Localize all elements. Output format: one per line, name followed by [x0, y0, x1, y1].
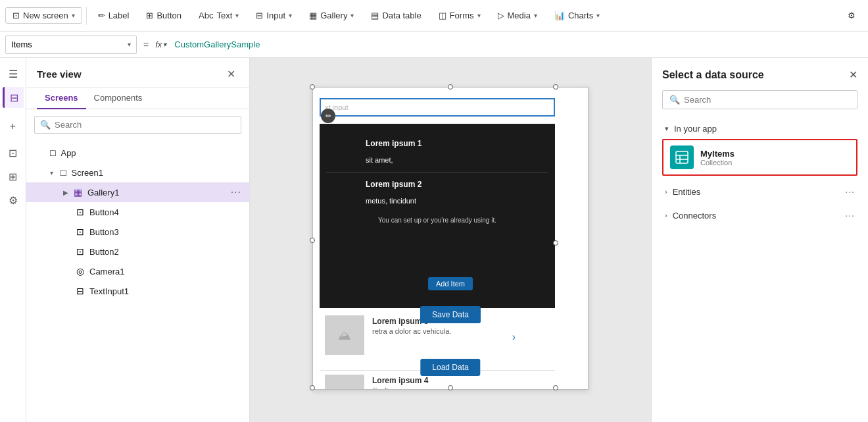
data-panel-close-button[interactable]: ✕: [849, 68, 857, 81]
handle-top-right[interactable]: [553, 84, 558, 90]
forms-chevron: ▾: [477, 12, 481, 19]
myitems-type: Collection: [700, 159, 735, 167]
tree-node-button3[interactable]: ⊡ Button3: [26, 222, 249, 242]
data-search-icon: 🔍: [669, 95, 680, 105]
tree-node-camera1[interactable]: ◎ Camera1: [26, 261, 249, 281]
tree-header: Tree view ✕: [26, 58, 249, 88]
camera1-label: Camera1: [89, 267, 241, 277]
in-your-app-header[interactable]: ▾ In your app: [662, 119, 857, 139]
gallery1-icon: ▦: [74, 187, 82, 198]
tree-close-button[interactable]: ✕: [223, 66, 239, 82]
data-search-bar[interactable]: 🔍: [662, 90, 857, 109]
in-your-app-chevron-icon: ▾: [665, 124, 669, 133]
edit-icon[interactable]: ✏: [321, 109, 335, 123]
handle-top-left[interactable]: [310, 84, 315, 90]
items-dropdown[interactable]: Items ▾: [5, 36, 137, 54]
sidebar-screens-icon[interactable]: ⊟: [3, 87, 24, 108]
text-label: Text: [216, 11, 232, 20]
media-button[interactable]: ▷ Media ▾: [491, 7, 544, 24]
handle-top-mid[interactable]: [448, 84, 453, 90]
handle-bot-mid[interactable]: [448, 385, 453, 390]
fx-button[interactable]: fx ▾: [155, 40, 166, 49]
gallery1-label: Gallery1: [87, 188, 228, 198]
handle-mid-left[interactable]: [310, 238, 315, 243]
overlay-lorem-1: Lorem ipsum 1: [326, 137, 548, 151]
save-data-button[interactable]: Save Data: [420, 306, 481, 323]
load-data-button[interactable]: Load Data: [420, 359, 480, 376]
thumbnail-icon: ⛰: [338, 328, 351, 343]
tab-components[interactable]: Components: [86, 88, 151, 109]
app-label: App: [60, 148, 241, 158]
data-table-button[interactable]: ▤ Data table: [364, 7, 428, 24]
sidebar-data-icon[interactable]: ⊡: [3, 142, 24, 163]
data-panel-title: Select a data source: [662, 69, 764, 81]
text-button[interactable]: Abc Text ▾: [191, 7, 246, 24]
media-chevron: ▾: [534, 12, 537, 19]
connectors-menu-icon[interactable]: ···: [845, 210, 855, 221]
formula-bar: Items ▾ = fx ▾ CustomGallerySample: [0, 32, 868, 58]
in-your-app-label: In your app: [674, 124, 717, 134]
gallery-chevron: ▾: [350, 12, 354, 19]
left-sidebar-icons: ☰ ⊟ + ⊡ ⊞ ⚙: [0, 58, 26, 422]
tree-node-button2[interactable]: ⊡ Button2: [26, 242, 249, 261]
formula-input[interactable]: CustomGallerySample: [170, 38, 863, 51]
entities-section[interactable]: › Entities ···: [662, 180, 857, 203]
button2-icon: ⊡: [76, 246, 84, 257]
gallery1-menu-icon[interactable]: ···: [231, 186, 241, 198]
handle-bot-left[interactable]: [310, 385, 315, 390]
label-button[interactable]: ✏ Label: [91, 7, 137, 24]
button3-icon: ⊡: [76, 226, 84, 237]
data-search-input[interactable]: [684, 95, 850, 105]
gallery-button[interactable]: ▦ Gallery ▾: [302, 7, 361, 24]
tab-screens[interactable]: Screens: [37, 88, 86, 109]
gallery-label: Gallery: [320, 11, 347, 20]
media-icon: ▷: [498, 11, 504, 20]
new-screen-label: New screen: [23, 11, 68, 20]
gallery-icon: ▦: [309, 11, 317, 20]
sidebar-tools-icon[interactable]: ⚙: [3, 190, 24, 211]
tree-node-screen1[interactable]: ▾ □ Screen1: [26, 163, 249, 182]
handle-bot-right[interactable]: [553, 385, 558, 390]
myitems-table-icon: [675, 151, 688, 164]
canvas-frame[interactable]: xt.input ✏ Lorem ipsum 1 sit amet, Lorem…: [312, 87, 589, 390]
screen1-chevron-icon: ▾: [50, 169, 58, 176]
tree-node-gallery1[interactable]: ▶ ▦ Gallery1 ···: [26, 182, 249, 202]
textinput1-label: TextInput1: [89, 286, 241, 296]
charts-chevron: ▾: [596, 12, 600, 19]
tree-tabs: Screens Components: [26, 88, 249, 109]
sidebar-variables-icon[interactable]: ⊞: [3, 166, 24, 187]
add-item-button[interactable]: Add Item: [428, 277, 473, 290]
forms-button[interactable]: ◫ Forms ▾: [431, 7, 488, 24]
items-dropdown-label: Items: [11, 40, 32, 49]
text-chevron: ▾: [235, 12, 239, 19]
input-button[interactable]: ⊟ Input ▾: [249, 7, 299, 24]
search-icon: 🔍: [40, 120, 51, 130]
tree-title: Tree view: [37, 68, 82, 80]
canvas-text-input[interactable]: xt.input: [320, 98, 555, 117]
input-icon: ⊟: [256, 11, 263, 20]
in-your-app-section: ▾ In your app MyItems Collection: [662, 119, 857, 176]
charts-label: Charts: [568, 11, 593, 20]
entities-menu-icon[interactable]: ···: [845, 186, 855, 197]
sidebar-add-icon[interactable]: +: [3, 116, 24, 137]
lorem-3-arrow-icon: ›: [512, 331, 516, 343]
tree-search-bar[interactable]: 🔍: [34, 116, 241, 134]
data-table-label: Data table: [382, 11, 421, 20]
myitems-item[interactable]: MyItems Collection: [662, 139, 857, 176]
tree-node-textinput1[interactable]: ⊟ TextInput1: [26, 281, 249, 301]
tree-node-app[interactable]: □ App: [26, 143, 249, 163]
button-button[interactable]: ⊞ Button: [139, 7, 189, 24]
button-icon: ⊞: [146, 11, 153, 20]
new-screen-icon: ⊡: [12, 11, 20, 20]
new-screen-button[interactable]: ⊡ New screen ▾: [5, 7, 82, 24]
charts-button[interactable]: 📊 Charts ▾: [547, 7, 607, 24]
settings-button[interactable]: ⚙: [840, 7, 863, 24]
dropdown-arrow-icon: ▾: [128, 41, 131, 48]
tree-node-button4[interactable]: ⊡ Button4: [26, 202, 249, 222]
canvas-area[interactable]: xt.input ✏ Lorem ipsum 1 sit amet, Lorem…: [250, 58, 651, 422]
connectors-section[interactable]: › Connectors ···: [662, 203, 857, 227]
new-screen-chevron: ▾: [72, 12, 75, 19]
sidebar-hamburger-icon[interactable]: ☰: [3, 63, 24, 84]
handle-mid-right[interactable]: [553, 240, 558, 246]
search-input[interactable]: [55, 120, 235, 130]
